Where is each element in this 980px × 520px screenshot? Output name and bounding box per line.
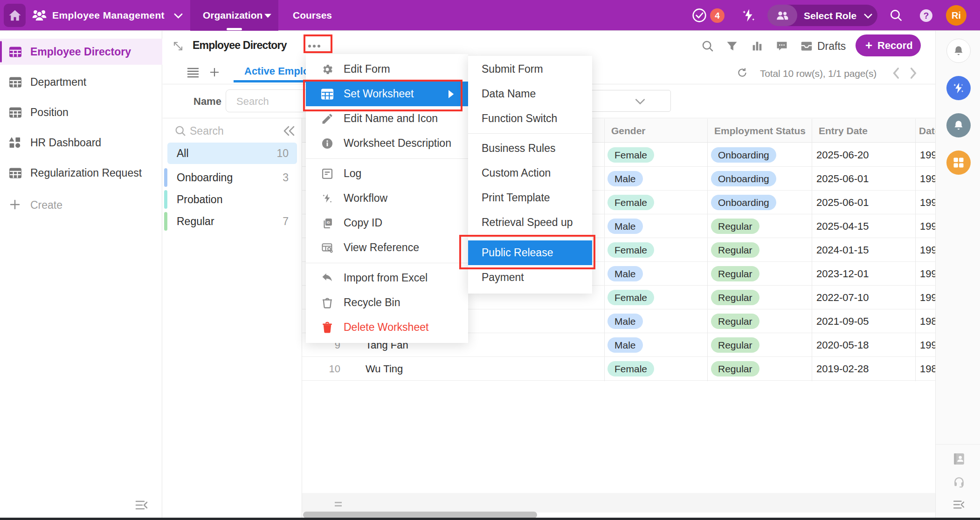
svg-text:ID: ID [326, 220, 330, 225]
